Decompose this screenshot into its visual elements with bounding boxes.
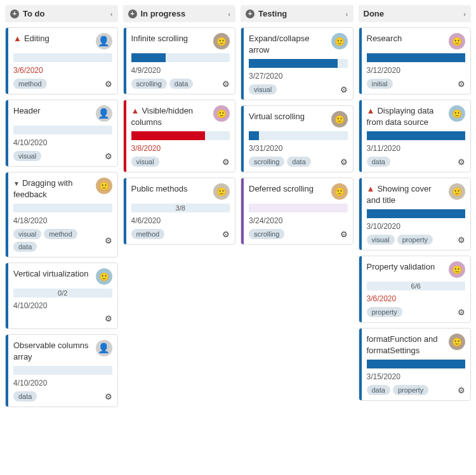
gear-icon[interactable]: ⚙: [458, 157, 465, 167]
avatar[interactable]: 🙂: [213, 105, 230, 122]
card[interactable]: Infinite scrolling🙂4/9/2020scrollingdata…: [123, 27, 236, 94]
card-title-text: Dragging with feedback: [13, 178, 72, 199]
tag-list: scrollingdata: [249, 157, 338, 167]
card[interactable]: Vertical virtualization🙂0/24/10/2020⚙: [5, 263, 118, 329]
tag-list: method: [131, 229, 220, 239]
card[interactable]: Property validation🙂6/63/6/2020property⚙: [359, 256, 472, 323]
card[interactable]: ▲Visible/hidden columns🙂3/8/2020visual⚙: [123, 100, 236, 172]
avatar[interactable]: 🙂: [96, 268, 112, 285]
avatar[interactable]: 👤: [96, 340, 112, 356]
tag[interactable]: visual: [13, 151, 41, 161]
add-card-icon[interactable]: +: [10, 10, 19, 18]
progress-bar: 0/2: [13, 289, 112, 297]
gear-icon[interactable]: ⚙: [105, 152, 112, 161]
tag[interactable]: data: [367, 385, 390, 395]
tag-list: visual: [13, 151, 102, 161]
tag[interactable]: property: [393, 385, 428, 395]
tag[interactable]: scrolling: [131, 79, 167, 89]
gear-icon[interactable]: ⚙: [105, 79, 112, 89]
gear-icon[interactable]: ⚙: [222, 79, 230, 89]
card[interactable]: Research🙂3/12/2020initial⚙: [359, 27, 472, 94]
card-title: Virtual scrolling: [249, 111, 327, 122]
avatar[interactable]: 🙂: [449, 334, 465, 350]
avatar[interactable]: 👤: [96, 33, 112, 49]
card[interactable]: Observable columns array👤4/10/2020data⚙: [5, 334, 118, 407]
card[interactable]: ▲Editing👤3/6/2020method⚙: [5, 27, 118, 94]
column-header-todo[interactable]: +To do‹: [5, 5, 118, 22]
card-title-text: Header: [13, 106, 41, 115]
avatar[interactable]: 🙂: [213, 33, 230, 49]
card-head: Research🙂: [367, 33, 466, 49]
card[interactable]: Deferred scrolling🙂3/24/2020scrolling⚙: [241, 178, 354, 245]
gear-icon[interactable]: ⚙: [458, 79, 465, 89]
tag[interactable]: data: [367, 157, 390, 167]
gear-icon[interactable]: ⚙: [340, 230, 348, 239]
card-title-text: Public methods: [131, 184, 188, 193]
chevron-left-icon[interactable]: ‹: [346, 10, 348, 18]
card-title-text: Property validation: [367, 262, 435, 271]
tag[interactable]: property: [367, 307, 402, 317]
card[interactable]: Virtual scrolling🙂3/31/2020scrollingdata…: [241, 105, 354, 172]
tag[interactable]: data: [13, 242, 37, 252]
column-header-done[interactable]: Done›: [359, 5, 472, 22]
progress-label: 0/2: [13, 289, 112, 297]
avatar[interactable]: 🙂: [449, 33, 465, 49]
avatar[interactable]: 🙂: [331, 33, 348, 49]
card[interactable]: formatFunction and formatSettings🙂3/15/2…: [359, 328, 472, 401]
gear-icon[interactable]: ⚙: [105, 314, 112, 323]
gear-icon[interactable]: ⚙: [105, 236, 112, 245]
gear-icon[interactable]: ⚙: [222, 230, 230, 239]
column-testing: +Testing‹Expand/collapse arrow🙂3/27/2020…: [241, 5, 354, 412]
tag-list: method: [13, 79, 102, 89]
tag[interactable]: property: [397, 235, 433, 245]
tag[interactable]: data: [169, 79, 193, 89]
card-date: 4/10/2020: [13, 138, 112, 147]
tag[interactable]: visual: [249, 84, 277, 94]
gear-icon[interactable]: ⚙: [340, 157, 348, 167]
tag[interactable]: scrolling: [249, 229, 284, 239]
tag[interactable]: data: [13, 391, 37, 401]
card[interactable]: Public methods🙂3/84/6/2020method⚙: [123, 178, 236, 245]
tag[interactable]: visual: [367, 235, 395, 245]
avatar[interactable]: 🙂: [213, 183, 230, 200]
gear-icon[interactable]: ⚙: [458, 308, 465, 317]
tag[interactable]: method: [13, 79, 47, 89]
avatar[interactable]: 🙂: [449, 105, 465, 122]
avatar[interactable]: 🙂: [96, 178, 112, 194]
avatar[interactable]: 🙂: [331, 111, 348, 127]
card[interactable]: ▼Dragging with feedback🙂4/18/2020visualm…: [5, 172, 118, 257]
gear-icon[interactable]: ⚙: [222, 157, 230, 167]
tag[interactable]: method: [131, 229, 165, 239]
gear-icon[interactable]: ⚙: [458, 386, 465, 395]
add-card-icon[interactable]: +: [246, 10, 255, 18]
avatar[interactable]: 🙂: [449, 183, 465, 200]
tag[interactable]: method: [44, 229, 77, 239]
tag[interactable]: visual: [131, 157, 159, 167]
avatar[interactable]: 🙂: [449, 261, 465, 278]
tag[interactable]: initial: [367, 79, 393, 89]
tag[interactable]: visual: [13, 229, 41, 239]
caret-down-icon[interactable]: ▼: [13, 180, 20, 187]
gear-icon[interactable]: ⚙: [340, 85, 348, 94]
card[interactable]: ▲Displaying data from data source🙂3/11/2…: [359, 100, 472, 172]
gear-icon[interactable]: ⚙: [458, 235, 465, 245]
progress-bar: [13, 366, 112, 375]
column-header-testing[interactable]: +Testing‹: [241, 5, 354, 22]
chevron-left-icon[interactable]: ‹: [228, 10, 230, 18]
progress-fill: [367, 360, 466, 368]
card-title: Property validation: [367, 261, 446, 273]
card[interactable]: ▲Showing cover and title🙂3/10/2020visual…: [359, 178, 472, 251]
column-header-inprogress[interactable]: +In progress‹: [123, 5, 236, 22]
tag[interactable]: data: [287, 157, 310, 167]
avatar[interactable]: 👤: [96, 105, 112, 122]
chevron-right-icon[interactable]: ›: [463, 10, 466, 18]
card[interactable]: Expand/collapse arrow🙂3/27/2020visual⚙: [241, 27, 354, 100]
card[interactable]: Header👤4/10/2020visual⚙: [5, 100, 118, 167]
progress-fill: [249, 131, 259, 140]
tag-list: property: [367, 307, 456, 317]
add-card-icon[interactable]: +: [128, 10, 137, 18]
gear-icon[interactable]: ⚙: [105, 392, 112, 401]
avatar[interactable]: 🙂: [331, 183, 348, 200]
chevron-left-icon[interactable]: ‹: [110, 10, 113, 18]
tag[interactable]: scrolling: [249, 157, 284, 167]
